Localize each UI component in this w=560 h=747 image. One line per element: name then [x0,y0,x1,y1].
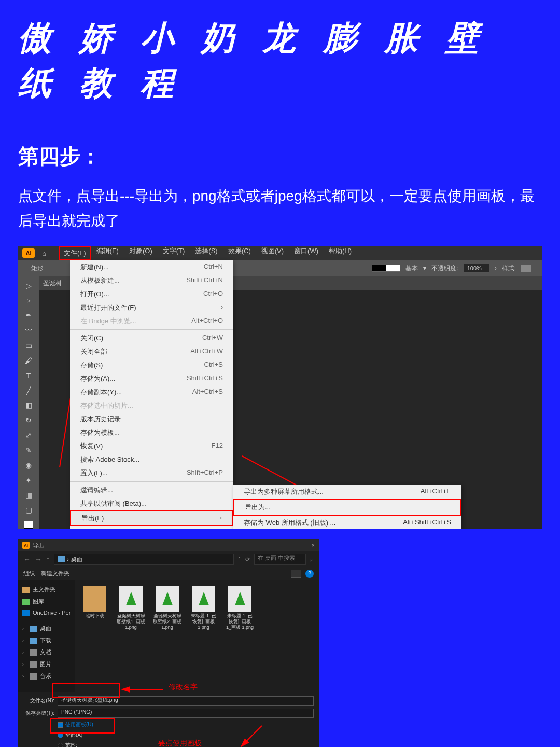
tutorial-title: 傲 娇 小 奶 龙 膨 胀 壁 纸 教 程 [18,16,542,106]
menu-item[interactable]: 存储副本(Y)...Alt+Ctrl+S [70,385,233,399]
menu-e[interactable]: 编辑(E) [91,246,124,260]
menu-s[interactable]: 选择(S) [190,246,222,260]
artboard-annotation: 要点使用画板 [158,739,202,747]
help-icon[interactable]: ? [305,570,314,578]
view-mode-icon[interactable] [291,570,301,578]
ai-logo-icon: Ai [22,542,30,549]
scale-tool-icon[interactable]: ⤢ [23,431,34,440]
menu-c[interactable]: 效果(C) [223,246,256,260]
sidebar-item[interactable]: ›桌面 [18,622,75,634]
menu-w[interactable]: 窗口(W) [289,246,324,260]
menu-item[interactable]: 邀请编辑... [70,483,233,497]
menu-item[interactable]: 存储为(A)...Shift+Ctrl+S [70,372,233,385]
filename-highlight [52,683,120,698]
submenu-item[interactable]: 导出为多种屏幕所用格式...Alt+Ctrl+E [233,485,461,499]
dropdown-icon[interactable]: ˅ [238,556,241,563]
opacity-value[interactable]: 100% [464,264,489,273]
refresh-icon[interactable]: ⟳ [245,556,250,563]
file-item[interactable]: 临时下载 [80,586,109,619]
sidebar-item[interactable]: 主文件夹 [18,584,75,596]
submenu-item[interactable]: 存储为 Web 所用格式 (旧版) ...Alt+Shift+Ctrl+S [233,516,461,529]
dropdown-arrow-icon[interactable]: ▾ [423,265,426,272]
menu-h[interactable]: 帮助(H) [324,246,357,260]
shape-builder-icon[interactable]: ◉ [23,461,34,469]
menu-item: 存储选中的切片... [70,399,233,412]
dropdown-arrow-icon[interactable]: › [495,265,497,272]
fill-swatch-icon[interactable] [24,521,33,529]
menu-item[interactable]: 从模板新建...Shift+Ctrl+N [70,274,233,287]
search-input[interactable]: 在 桌面 中搜索 [254,554,306,565]
nav-back-icon[interactable]: ← [23,555,31,563]
gradient-tool-icon[interactable]: ▦ [23,491,34,500]
file-item[interactable]: 未标题-1 [已恢复]_画板 1_画板 1.png [226,586,254,630]
sidebar-item[interactable]: ›音乐 [18,670,75,682]
close-icon[interactable]: × [312,542,315,548]
artboard-tool-icon[interactable]: ▢ [23,506,34,515]
filetype-select[interactable]: PNG (*.PNG) [58,709,314,718]
file-grid[interactable]: 临时下载圣诞树天树膨胀壁纸1_画板 1.png圣诞树天树膨胀壁纸2_画板 1.p… [75,580,319,692]
pen-tool-icon[interactable]: ✒ [23,311,34,320]
menu-item[interactable]: 存储为模板... [70,426,233,439]
home-icon[interactable]: ⌂ [39,249,49,257]
new-folder-button[interactable]: 新建文件夹 [41,570,69,577]
menu-item[interactable]: 打开(O)...Ctrl+O [70,287,233,301]
rename-annotation: 修改名字 [169,683,198,692]
style-swatch[interactable] [521,265,531,272]
type-tool-icon[interactable]: T [23,371,34,380]
document-tab[interactable]: 圣诞树 [43,279,62,288]
menu-item[interactable]: 关闭全部Alt+Ctrl+W [70,345,233,358]
selection-tool-icon[interactable]: ▷ [23,281,34,290]
file-menu-dropdown: 新建(N)...Ctrl+N从模板新建...Shift+Ctrl+N打开(O).… [70,260,233,529]
curvature-tool-icon[interactable]: 〰 [23,326,34,335]
menu-item[interactable]: 置入(L)...Shift+Ctrl+P [70,466,233,480]
step-label: 第四步： [18,142,542,171]
dialog-title: 导出 [33,542,44,549]
menu-item[interactable]: 最近打开的文件(F)› [70,301,233,314]
ai-logo: Ai [22,248,35,258]
width-tool-icon[interactable]: ✎ [23,446,34,454]
file-item[interactable]: 圣诞树天树膨胀壁纸1_画板 1.png [117,586,145,630]
menubar: Ai ⌂ 文件(F)编辑(E)对象(O)文字(T)选择(S)效果(C)视图(V)… [18,246,542,260]
path-breadcrumb[interactable]: › 桌面 [54,554,234,565]
menu-item[interactable]: 共享以供审阅 (Beta)... [70,497,233,510]
menu-item[interactable]: 恢复(V)F12 [70,439,233,453]
shape-label: 矩形 [31,264,44,273]
line-tool-icon[interactable]: ╱ [23,386,34,395]
menu-t[interactable]: 文字(T) [158,246,190,260]
export-submenu: 导出为多种屏幕所用格式...Alt+Ctrl+E导出为...存储为 Web 所用… [233,485,461,529]
nav-up-icon[interactable]: ↑ [46,555,50,563]
sidebar-item[interactable]: ›文档 [18,646,75,658]
menu-item[interactable]: 导出(E)› [70,510,233,526]
menu-item[interactable]: 导出所选项目... [70,526,233,529]
brush-tool-icon[interactable]: 🖌 [23,356,34,365]
sidebar-item[interactable]: ›下载 [18,634,75,646]
menu-item[interactable]: 版本历史记录 [70,412,233,426]
nav-fwd-icon[interactable]: → [35,555,42,563]
rotate-tool-icon[interactable]: ↻ [23,416,34,425]
sidebar-item[interactable]: OneDrive - Per [18,607,75,618]
direct-select-tool-icon[interactable]: ▹ [23,296,34,305]
file-item[interactable]: 未标题-1 [已恢复]_画板 1.png [189,586,218,630]
menu-item[interactable]: 搜索 Adobe Stock... [70,453,233,466]
menu-item[interactable]: 存储(S)Ctrl+S [70,358,233,372]
range-label: 范围: [65,742,77,747]
sidebar-item[interactable]: ›图片 [18,658,75,670]
filetype-label: 保存类型(T): [23,710,54,717]
range-range-radio[interactable] [58,743,63,747]
menu-item: 在 Bridge 中浏览...Alt+Ctrl+O [70,314,233,328]
menu-f[interactable]: 文件(F) [59,246,91,260]
eyedropper-tool-icon[interactable]: ✦ [23,476,34,485]
step-description: 点文件，点导出---导出为，png格式或者jpeg格式都可以，一定要点使用画板，… [18,184,542,233]
sidebar-item[interactable]: 图库 [18,596,75,607]
rectangle-tool-icon[interactable]: ▭ [23,341,34,350]
menu-v[interactable]: 视图(V) [256,246,289,260]
menu-item[interactable]: 关闭(C)Ctrl+W [70,331,233,345]
eraser-tool-icon[interactable]: ◧ [23,401,34,410]
menu-item[interactable]: 新建(N)...Ctrl+N [70,260,233,274]
stroke-swatch[interactable] [372,265,400,272]
organize-button[interactable]: 组织 [23,570,35,577]
submenu-item[interactable]: 导出为... [233,499,461,516]
search-icon[interactable]: ⌕ [310,556,314,562]
menu-o[interactable]: 对象(O) [124,246,158,260]
file-item[interactable]: 圣诞树天树膨胀壁纸2_画板 1.png [153,586,181,630]
